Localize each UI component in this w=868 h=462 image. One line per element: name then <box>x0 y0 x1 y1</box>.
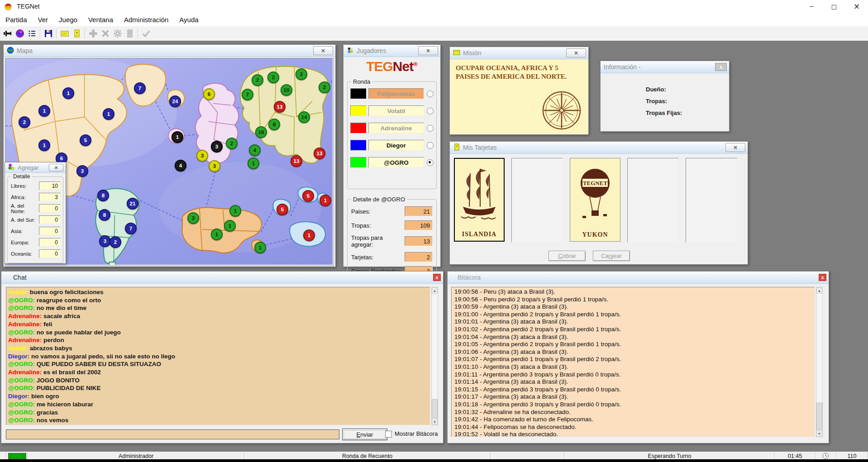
menu-item-juego[interactable]: Juego <box>53 13 83 26</box>
territory-badge[interactable]: 5 <box>277 204 288 215</box>
territory-badge[interactable]: 1 <box>211 229 223 240</box>
menu-item-ver[interactable]: Ver <box>33 13 54 26</box>
territory-badge[interactable]: 3 <box>211 141 223 152</box>
scroll-up-icon[interactable]: ▲ <box>432 287 438 294</box>
end-turn-icon[interactable] <box>140 28 152 39</box>
territory-badge[interactable]: 7 <box>242 89 253 100</box>
mision-close-icon[interactable]: × <box>566 48 586 57</box>
card-yukon[interactable]: TEGNETYUKON <box>570 158 620 242</box>
territory-badge[interactable]: 1 <box>103 108 114 120</box>
territory-badge[interactable]: 5 <box>302 190 314 202</box>
territory-badge[interactable]: 2 <box>252 74 263 86</box>
menu-item-partida[interactable]: Partida <box>0 13 33 26</box>
player-radio[interactable] <box>427 90 434 97</box>
informacion-titlebar[interactable]: Información - x <box>601 61 729 73</box>
card-slot-empty[interactable] <box>627 158 679 243</box>
canjear-button[interactable]: Canjear <box>593 251 630 261</box>
bitacora-titlebar[interactable]: Bitácora x <box>448 271 829 284</box>
bitacora-scrollbar[interactable]: ▲ ▼ <box>816 287 823 437</box>
territory-badge[interactable]: 13 <box>291 155 302 167</box>
territory-badge[interactable]: 1 <box>229 205 241 217</box>
card-slot-empty[interactable] <box>686 158 737 243</box>
agregar-close-icon[interactable]: × <box>49 164 63 171</box>
territory-badge[interactable]: 13 <box>274 101 286 113</box>
territory-badge[interactable]: 8 <box>99 209 110 221</box>
territory-badge[interactable]: 1 <box>38 105 50 117</box>
territory-badge[interactable]: 10 <box>281 84 292 96</box>
maximize-button[interactable]: □ <box>823 0 845 13</box>
territory-badge[interactable]: 2 <box>226 138 238 149</box>
jugadores-close-icon[interactable]: × <box>418 46 438 55</box>
territory-badge[interactable]: 3 <box>196 150 208 162</box>
tarjetas-close-icon[interactable]: × <box>725 143 745 152</box>
territory-badge[interactable]: 1 <box>62 87 74 99</box>
mision-titlebar[interactable]: Misión × <box>450 47 588 59</box>
scroll-down-icon[interactable]: ▼ <box>816 430 822 437</box>
territory-badge[interactable]: 3 <box>187 212 199 224</box>
menu-item-ayuda[interactable]: Ayuda <box>174 13 204 26</box>
player-radio[interactable] <box>427 125 434 132</box>
territory-badge[interactable]: 14 <box>298 111 310 123</box>
territory-badge[interactable]: 8 <box>268 119 280 130</box>
territory-badge[interactable]: 7 <box>134 82 146 94</box>
list-icon[interactable] <box>26 28 38 39</box>
cobrar-button[interactable]: Cobrar <box>548 251 586 261</box>
exchange-icon[interactable] <box>124 28 136 39</box>
chat-input[interactable] <box>6 429 339 439</box>
mission-note-icon[interactable] <box>58 28 71 39</box>
territory-badge[interactable]: 2 <box>296 68 307 80</box>
menu-item-administracion[interactable]: Administración <box>119 13 174 26</box>
territory-badge[interactable]: 1 <box>254 242 266 253</box>
player-radio[interactable] <box>427 159 434 166</box>
agregar-titlebar[interactable]: Agregar × <box>5 162 66 173</box>
world-icon[interactable] <box>14 28 26 39</box>
territory-badge[interactable]: 1 <box>172 131 183 143</box>
show-log-checkbox[interactable] <box>385 431 392 438</box>
territory-badge[interactable]: 1 <box>224 220 236 232</box>
territory-badge[interactable]: 1 <box>303 229 315 241</box>
territory-badge[interactable]: 3 <box>209 160 220 172</box>
territory-badge[interactable]: 21 <box>127 198 138 210</box>
informacion-close-icon[interactable]: x <box>715 63 727 71</box>
regroup-icon[interactable] <box>111 28 124 39</box>
territory-badge[interactable]: 8 <box>97 190 109 201</box>
territory-badge[interactable]: 6 <box>203 88 215 100</box>
territory-badge[interactable]: 1 <box>38 139 50 151</box>
cards-icon[interactable] <box>71 28 83 39</box>
close-button[interactable]: × <box>845 0 868 13</box>
minimize-button[interactable]: ─ <box>800 0 823 13</box>
chat-scroll-thumb[interactable] <box>432 399 438 418</box>
territory-badge[interactable]: 2 <box>319 81 330 93</box>
send-button[interactable]: Enviar <box>342 429 387 440</box>
territory-badge[interactable]: 3 <box>76 165 88 177</box>
territory-badge[interactable]: 24 <box>169 95 181 107</box>
tarjetas-titlebar[interactable]: Mis Tarjetas × <box>450 142 748 154</box>
player-radio[interactable] <box>427 108 434 114</box>
territory-badge[interactable]: 2 <box>267 71 279 83</box>
territory-badge[interactable]: 2 <box>110 236 121 248</box>
territory-badge[interactable]: 1 <box>320 195 331 206</box>
card-islandia[interactable]: ISLANDIA <box>454 158 505 242</box>
add-troops-icon[interactable] <box>87 28 99 39</box>
territory-badge[interactable]: 5 <box>80 134 91 146</box>
territory-badge[interactable]: 4 <box>175 160 186 171</box>
connection-icon[interactable] <box>1 28 14 39</box>
chat-close-icon[interactable]: x <box>433 274 441 281</box>
card-slot-empty[interactable] <box>511 158 563 243</box>
player-radio[interactable] <box>427 142 434 149</box>
territory-badge[interactable]: 13 <box>314 148 325 159</box>
scroll-down-icon[interactable]: ▼ <box>432 419 438 425</box>
scroll-up-icon[interactable]: ▲ <box>816 287 822 294</box>
territory-badge[interactable]: 2 <box>19 116 30 128</box>
bitacora-close-icon[interactable]: x <box>819 274 826 281</box>
menu-item-ventana[interactable]: Ventana <box>83 13 119 26</box>
bitacora-scroll-thumb[interactable] <box>816 403 822 430</box>
territory-badge[interactable]: 18 <box>255 126 267 138</box>
chat-titlebar[interactable]: Chat x <box>1 271 443 284</box>
mapa-close-icon[interactable]: × <box>313 46 333 55</box>
main-titlebar[interactable]: TEGNet ─ □ × <box>0 0 868 13</box>
save-icon[interactable] <box>42 28 54 39</box>
territory-badge[interactable]: 4 <box>249 144 261 156</box>
territory-badge[interactable]: 7 <box>125 223 137 234</box>
mapa-titlebar[interactable]: Mapa × <box>4 45 335 57</box>
